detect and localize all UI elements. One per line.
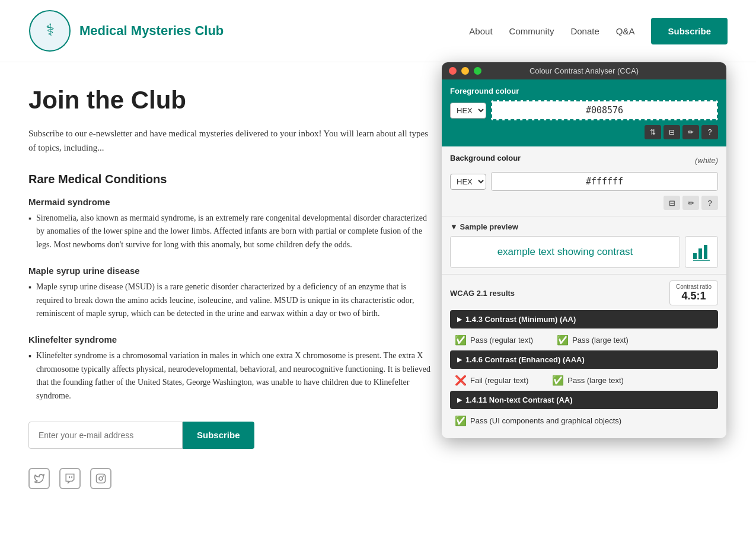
condition-mermaid: Mermaid syndrome Sirenomelia, also known… <box>28 197 432 251</box>
cca-title: Colour Contrast Analyser (CCA) <box>529 66 639 75</box>
condition-title-maple: Maple syrup urine disease <box>28 266 432 276</box>
aaa-large-label: Pass (large text) <box>567 376 624 385</box>
background-white-label: (white) <box>695 156 718 165</box>
accordion-nontext[interactable]: ▶ 1.4.11 Non-text Contrast (AA) <box>450 391 718 409</box>
svg-rect-6 <box>698 248 702 259</box>
subscribe-button[interactable]: Subscribe <box>183 422 254 449</box>
logo-icon: ⚕ <box>28 9 71 52</box>
accordion-aa-arrow: ▶ <box>457 315 462 323</box>
background-section: Background colour (white) HEX ⊟ ✏ ? <box>442 146 726 216</box>
email-subscribe-row: Subscribe <box>28 422 432 449</box>
condition-title-mermaid: Mermaid syndrome <box>28 197 432 207</box>
swap-icon[interactable]: ⇅ <box>645 125 661 139</box>
wcag-section: WCAG 2.1 results Contrast ratio 4.5:1 ▶ … <box>442 275 726 438</box>
svg-point-3 <box>99 477 103 480</box>
background-hex-input[interactable] <box>491 172 718 191</box>
page-title: Join the Club <box>28 86 432 114</box>
cca-window: Colour Contrast Analyser (CCA) Foregroun… <box>442 62 726 438</box>
nav-about[interactable]: About <box>469 26 492 36</box>
logo-title: Medical Mysteries Club <box>79 23 224 39</box>
foreground-icons-row: ⇅ ⊟ ✏ ? <box>450 125 718 139</box>
accordion-aa-label: 1.4.3 Contrast (Minimum) (AA) <box>465 315 576 324</box>
foreground-input-row: HEX <box>450 100 718 120</box>
contrast-ratio-box: Contrast ratio 4.5:1 <box>669 280 718 305</box>
aaa-regular-result: ❌ Fail (regular text) <box>455 375 528 386</box>
condition-klinefelter: Klinefelter syndrome Klinefelter syndrom… <box>28 334 432 403</box>
pass-icon-3: ✅ <box>552 375 564 386</box>
foreground-format-select[interactable]: HEX <box>450 103 486 119</box>
sample-preview-label: ▼ Sample preview <box>450 222 718 231</box>
logo: ⚕ Medical Mysteries Club <box>28 9 224 52</box>
aa-regular-label: Pass (regular text) <box>470 336 533 345</box>
pass-icon-2: ✅ <box>557 334 569 346</box>
fail-icon: ❌ <box>455 375 467 386</box>
cca-body: Foreground colour HEX ⇅ ⊟ ✏ ? Backgrou <box>442 79 726 438</box>
preview-text: example text showing contrast <box>497 246 633 258</box>
aa-large-label: Pass (large text) <box>572 336 629 345</box>
help-bg-icon[interactable]: ? <box>701 196 718 210</box>
pass-icon: ✅ <box>455 334 467 346</box>
window-maximize-button[interactable] <box>474 67 481 75</box>
svg-rect-7 <box>704 245 707 259</box>
list-item: Klinefelter syndrome is a chromosomal va… <box>28 349 432 403</box>
content-area: Join the Club Subscribe to our e-newslet… <box>28 86 432 489</box>
accordion-aa[interactable]: ▶ 1.4.3 Contrast (Minimum) (AA) <box>450 310 718 328</box>
intro-text: Subscribe to our e-newsletter and have m… <box>28 126 432 155</box>
preview-text-box: example text showing contrast <box>450 236 680 268</box>
cca-titlebar: Colour Contrast Analyser (CCA) <box>442 62 726 79</box>
chart-icon <box>692 243 711 261</box>
contrast-ratio-label: Contrast ratio <box>676 283 712 290</box>
email-input[interactable] <box>28 422 183 449</box>
accordion-aaa-label: 1.4.6 Contrast (Enhanced) (AAA) <box>465 355 585 364</box>
condition-maple-syrup: Maple syrup urine disease Maple syrup ur… <box>28 266 432 320</box>
background-input-row: HEX <box>450 172 718 191</box>
sliders-icon[interactable]: ⊟ <box>664 125 680 139</box>
sliders-bg-icon[interactable]: ⊟ <box>664 196 680 210</box>
twitch-icon[interactable] <box>59 468 81 489</box>
foreground-label: Foreground colour <box>450 87 718 95</box>
list-item: Sirenomelia, also known as mermaid syndr… <box>28 212 432 251</box>
foreground-hex-input[interactable] <box>491 100 718 120</box>
condition-title-klinefelter: Klinefelter syndrome <box>28 334 432 345</box>
main-content: Join the Club Subscribe to our e-newslet… <box>0 62 756 513</box>
sample-preview-section: ▼ Sample preview example text showing co… <box>442 216 726 274</box>
background-label-row: Background colour (white) <box>450 154 718 167</box>
nav-community[interactable]: Community <box>509 26 554 36</box>
window-minimize-button[interactable] <box>461 67 469 75</box>
eyedropper-fg-icon[interactable]: ✏ <box>682 125 699 139</box>
nav-qa[interactable]: Q&A <box>616 26 635 36</box>
social-icons-row <box>28 468 432 489</box>
background-label: Background colour <box>450 154 521 162</box>
svg-text:⚕: ⚕ <box>46 21 55 39</box>
help-fg-icon[interactable]: ? <box>701 125 718 139</box>
background-icons-row: ⊟ ✏ ? <box>450 196 718 210</box>
instagram-icon[interactable] <box>90 468 111 489</box>
svg-rect-5 <box>693 253 697 259</box>
twitter-icon[interactable] <box>28 468 50 489</box>
svg-point-4 <box>103 476 104 476</box>
accordion-nontext-label: 1.4.11 Non-text Contrast (AA) <box>465 396 573 404</box>
pass-icon-4: ✅ <box>455 415 467 426</box>
header: ⚕ Medical Mysteries Club About Community… <box>0 0 756 62</box>
header-subscribe-button[interactable]: Subscribe <box>651 18 728 44</box>
aaa-large-result: ✅ Pass (large text) <box>552 375 624 386</box>
wcag-header: WCAG 2.1 results Contrast ratio 4.5:1 <box>450 280 718 305</box>
preview-row: example text showing contrast <box>450 236 718 268</box>
preview-chart-box <box>685 236 718 268</box>
nontext-label: Pass (UI components and graphical object… <box>470 416 621 425</box>
section-title: Rare Medical Conditions <box>28 173 432 186</box>
svg-rect-2 <box>97 474 106 483</box>
wcag-title: WCAG 2.1 results <box>450 289 515 298</box>
accordion-nontext-arrow: ▶ <box>457 396 462 404</box>
nav-donate[interactable]: Donate <box>570 26 599 36</box>
list-item: Maple syrup urine disease (MSUD) is a ra… <box>28 280 432 320</box>
aa-regular-result: ✅ Pass (regular text) <box>455 334 533 346</box>
main-nav: About Community Donate Q&A Subscribe <box>469 18 728 44</box>
accordion-aaa[interactable]: ▶ 1.4.6 Contrast (Enhanced) (AAA) <box>450 350 718 369</box>
eyedropper-bg-icon[interactable]: ✏ <box>682 196 699 210</box>
aaa-results-row: ❌ Fail (regular text) ✅ Pass (large text… <box>450 372 718 391</box>
aa-results-row: ✅ Pass (regular text) ✅ Pass (large text… <box>450 332 718 350</box>
nontext-result-row: ✅ Pass (UI components and graphical obje… <box>450 413 718 432</box>
background-format-select[interactable]: HEX <box>450 174 486 190</box>
window-close-button[interactable] <box>449 67 457 75</box>
